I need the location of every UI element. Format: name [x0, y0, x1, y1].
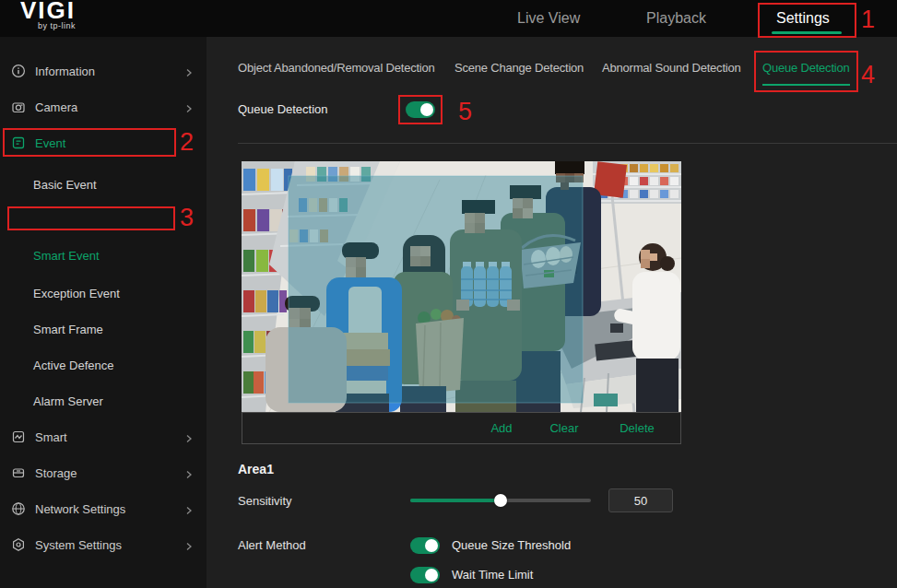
storage-icon [11, 465, 26, 480]
chevron-right-icon [184, 468, 194, 482]
alert-method-label: Alert Method [238, 538, 306, 552]
sidebar-item-storage[interactable]: Storage [0, 459, 207, 487]
sidebar-item-exception-event[interactable]: Exception Event [0, 279, 207, 307]
sensitivity-slider[interactable] [410, 493, 591, 508]
sidebar-item-information[interactable]: Information [0, 57, 207, 85]
sidebar-item-label: Storage [35, 466, 77, 480]
queue-detection-toggle[interactable] [406, 101, 435, 118]
sidebar-item-label: Network Settings [35, 502, 125, 516]
sidebar-item-label: Basic Event [33, 178, 97, 192]
chevron-right-icon [184, 432, 194, 446]
sidebar-item-camera[interactable]: Camera [0, 93, 207, 121]
queue-detection-label: Queue Detection [238, 102, 328, 116]
section-divider [238, 143, 897, 144]
settings-active-underline [772, 31, 842, 34]
sidebar-item-label: Exception Event [33, 287, 120, 300]
system-icon [11, 537, 26, 552]
sensitivity-label: Sensitivity [238, 494, 292, 508]
sidebar-item-basic-event[interactable]: Basic Event [0, 171, 207, 198]
logo-text: VIGI [20, 0, 76, 22]
chevron-right-icon [184, 66, 194, 80]
sidebar-item-label: Camera [35, 100, 77, 114]
sidebar-item-smart-event[interactable]: Smart Event [0, 241, 207, 269]
nav-settings-label: Settings [776, 10, 830, 27]
delete-button[interactable]: Delete [620, 413, 655, 443]
sensitivity-value: 50 [634, 494, 647, 508]
vigi-logo: VIGI by tp-link [20, 0, 76, 30]
sidebar-item-label: Event [35, 136, 65, 150]
sidebar-item-label: Smart [35, 430, 67, 444]
wait-time-limit-toggle[interactable] [410, 567, 440, 583]
camera-icon [11, 100, 26, 114]
chevron-right-icon [184, 540, 194, 554]
sensitivity-value-box[interactable]: 50 [608, 488, 673, 512]
detection-area-overlay[interactable] [289, 176, 583, 403]
sidebar-item-alarm-server[interactable]: Alarm Server [0, 387, 207, 415]
info-icon [11, 64, 26, 78]
nav-live-view[interactable]: Live View [517, 0, 580, 37]
nav-playback-label: Playback [646, 10, 706, 27]
tab-object-abandoned-removal-detection[interactable]: Object Abandoned/Removal Detection [238, 61, 435, 76]
queue-size-threshold-toggle[interactable] [410, 537, 440, 554]
tab-abnormal-sound-detection[interactable]: Abnormal Sound Detection [602, 61, 741, 76]
tab-queue-detection[interactable]: Queue Detection [762, 61, 850, 76]
sidebar-item-smart-frame[interactable]: Smart Frame [0, 315, 207, 343]
queue-size-threshold-label: Queue Size Threshold [452, 538, 571, 552]
sidebar-item-active-defence[interactable]: Active Defence [0, 351, 207, 379]
toggle-knob [420, 103, 433, 116]
add-button[interactable]: Add [490, 413, 512, 443]
chevron-right-icon [184, 504, 194, 518]
sidebar: Information Camera Event Basic Event Sma… [0, 37, 207, 588]
sidebar-item-smart[interactable]: Smart [0, 423, 207, 451]
smart-icon [11, 429, 26, 444]
chevron-right-icon [184, 102, 194, 116]
sidebar-item-event[interactable]: Event [0, 129, 207, 157]
vigi-settings-window: VIGI by tp-link Live View Playback Setti… [0, 0, 897, 588]
wait-time-limit-label: Wait Time Limit [452, 568, 533, 582]
preview-photo [242, 161, 681, 412]
area-title: Area1 [238, 462, 274, 476]
sidebar-item-label: Alarm Server [33, 394, 103, 408]
tab-scene-change-detection[interactable]: Scene Change Detection [454, 61, 584, 76]
top-bar: VIGI by tp-link Live View Playback Setti… [0, 0, 897, 37]
camera-preview[interactable] [242, 161, 681, 412]
sidebar-item-network-settings[interactable]: Network Settings [0, 495, 207, 523]
preview-action-bar: Add Clear Delete [242, 412, 681, 444]
main-content: Object Abandoned/Removal Detection Scene… [207, 37, 897, 588]
sidebar-item-label: Smart Frame [33, 323, 103, 336]
sidebar-item-label: Active Defence [33, 359, 113, 372]
sensitivity-fill [410, 499, 501, 502]
sensitivity-thumb[interactable] [494, 494, 507, 507]
toggle-knob [425, 569, 438, 582]
event-icon [11, 135, 26, 150]
sidebar-item-label: System Settings [35, 538, 122, 552]
sidebar-item-system-settings[interactable]: System Settings [0, 531, 207, 559]
network-icon [11, 501, 26, 516]
sidebar-item-label: Information [35, 65, 95, 78]
toggle-knob [425, 539, 438, 552]
nav-live-view-label: Live View [517, 10, 580, 27]
clear-button[interactable]: Clear [549, 413, 578, 443]
sidebar-item-label: Smart Event [33, 249, 100, 263]
nav-playback[interactable]: Playback [646, 0, 706, 37]
